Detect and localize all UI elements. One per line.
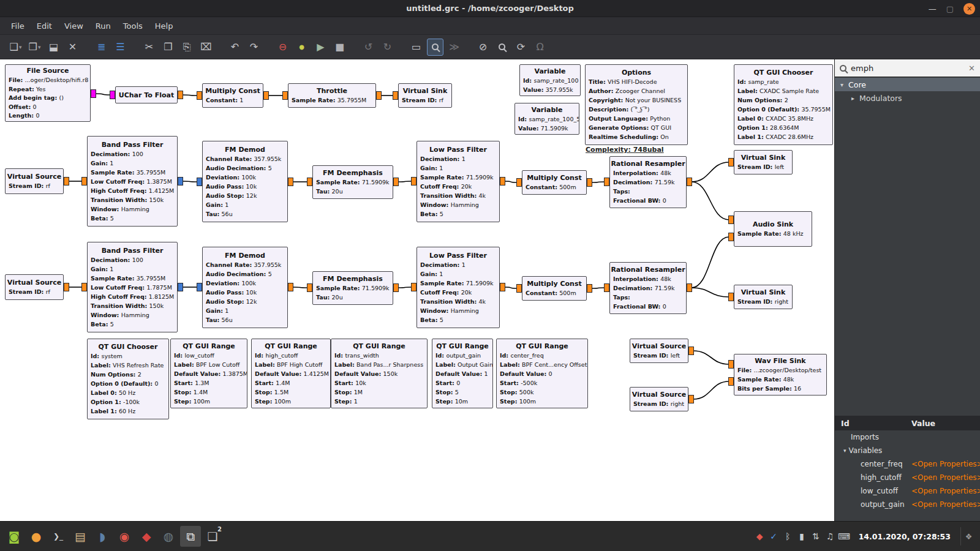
port-out-float[interactable] [500, 283, 505, 291]
port-out-float[interactable] [288, 178, 293, 186]
app-launcher-redorange[interactable]: ◉ [114, 526, 135, 547]
chevron-down-icon[interactable]: ▾ [38, 44, 41, 50]
port-out-float[interactable] [263, 91, 269, 100]
port-out-complex[interactable] [178, 283, 183, 291]
block-qt-gui-range[interactable]: QT GUI RangeId: trans_widthLabel: Band P… [331, 339, 428, 408]
port-in-complex[interactable] [197, 178, 202, 186]
port-out-complex[interactable] [178, 177, 183, 186]
execute-button[interactable]: ▶ [312, 39, 329, 56]
clock[interactable]: 14.01.2020, 07:28:53 [853, 532, 957, 541]
block-multiply-const[interactable]: Multiply ConstConstant: 1 [202, 83, 263, 108]
block-band-pass-filter[interactable]: Band Pass FilterDecimation: 100Gain: 1Sa… [87, 136, 178, 227]
maximize-button[interactable]: ▢ [946, 5, 954, 13]
window-list-item[interactable]: ❏2 [202, 526, 223, 547]
zoom-button[interactable] [494, 39, 510, 56]
port-in-float[interactable] [728, 216, 734, 224]
network-icon[interactable]: ⇅ [809, 528, 823, 545]
port-out-float[interactable] [688, 395, 694, 403]
port-in-float[interactable] [411, 283, 417, 291]
paste-button[interactable]: ⎘ [179, 39, 195, 56]
menu-edit[interactable]: Edit [31, 17, 58, 34]
keyboard-icon[interactable]: ⌨ [837, 528, 851, 545]
port-in-float[interactable] [282, 91, 288, 100]
kill-button[interactable]: ■ [331, 39, 348, 56]
block-file-source[interactable]: File SourceFile: ...oger/Desktop/hifi.r8… [5, 64, 91, 122]
block-virtual-sink[interactable]: Virtual SinkStream ID: right [734, 285, 793, 309]
block-uchar-to-float[interactable]: UChar To Float [115, 86, 178, 103]
port-in-float[interactable] [307, 178, 312, 186]
block-qt-gui-range[interactable]: QT GUI RangeId: output_gainLabel: Output… [432, 339, 493, 408]
block-low-pass-filter[interactable]: Low Pass FilterDecimation: 1Gain: 1Sampl… [417, 141, 500, 222]
generate-button[interactable]: ● [293, 39, 310, 56]
app-launcher-red[interactable]: ◆ [136, 526, 157, 547]
find-block-button[interactable] [427, 39, 443, 56]
block-audio-sink[interactable]: Audio SinkSample Rate: 48 kHz [734, 211, 812, 247]
misc-button[interactable]: Ω [532, 39, 548, 56]
variable-row-variables[interactable]: ▾Variables [835, 444, 980, 457]
block-virtual-sink[interactable]: Virtual SinkStream ID: left [734, 150, 793, 174]
close-flowgraph-button[interactable]: ✕ [64, 39, 81, 56]
menu-view[interactable]: View [58, 17, 89, 34]
port-in-float[interactable] [516, 178, 522, 187]
menu-tools[interactable]: Tools [117, 17, 149, 34]
block-qt-gui-range[interactable]: QT GUI RangeId: high_cutoffLabel: BPF Hi… [251, 339, 331, 408]
block-low-pass-filter[interactable]: Low Pass FilterDecimation: 1Gain: 1Sampl… [417, 247, 500, 328]
port-out-byte[interactable] [91, 89, 96, 98]
notification-icon[interactable]: ◆ [753, 528, 767, 545]
menu-file[interactable]: File [5, 17, 31, 34]
variable-value[interactable]: <Open Properties> [911, 473, 980, 482]
port-in-float[interactable] [728, 158, 734, 167]
block-fm-demod[interactable]: FM DemodChannel Rate: 357.955kAudio Deci… [202, 141, 288, 222]
toggle-disabled-button[interactable]: ⊘ [475, 39, 491, 56]
block-virtual-source[interactable]: Virtual SourceStream ID: left [630, 339, 688, 363]
port-out-float[interactable] [64, 283, 69, 291]
port-out-float[interactable] [587, 178, 592, 187]
block-virtual-source[interactable]: Virtual SourceStream ID: rf [5, 168, 64, 194]
workspace-switcher-icon[interactable]: ❖ [960, 527, 976, 545]
open-flowgraph-button[interactable]: ❒▾ [26, 39, 43, 56]
gnuradio-app[interactable]: ⧉ [180, 526, 201, 547]
block-band-pass-filter[interactable]: Band Pass FilterDecimation: 100Gain: 1Sa… [87, 242, 178, 332]
port-out-float[interactable] [587, 284, 592, 293]
block-multiply-const[interactable]: Multiply ConstConstant: 500m [522, 276, 587, 301]
flowgraph-screenshot-button[interactable]: ≣ [93, 39, 110, 56]
block-fm-demod[interactable]: FM DemodChannel Rate: 357.955kAudio Deci… [202, 247, 288, 328]
block-variable[interactable]: VariableId: samp_rate_100Value: 357.955k [519, 64, 581, 96]
collapse-arrow-icon[interactable]: ▾ [839, 81, 845, 88]
menu-help[interactable]: Help [149, 17, 179, 34]
collapse-arrow-icon[interactable]: ▾ [843, 448, 846, 454]
variable-value[interactable]: <Open Properties> [911, 500, 980, 509]
save-button[interactable]: ⬓ [45, 39, 62, 56]
block-options[interactable]: OptionsTitle: VHS HIFI-DecodeAuthor: Zco… [585, 64, 688, 145]
clear-search-icon[interactable]: ✕ [968, 64, 975, 73]
port-out-float[interactable] [178, 91, 183, 99]
port-out-float[interactable] [688, 347, 694, 355]
fast-forward-button[interactable]: ≫ [446, 39, 462, 56]
port-in-float[interactable] [604, 283, 609, 292]
tree-item-modulators[interactable]: ▸Modulators [835, 91, 980, 105]
errors-button[interactable]: ⊖ [274, 39, 291, 56]
port-in-float[interactable] [728, 233, 734, 241]
block-fm-deemphasis[interactable]: FM DeemphasisSample Rate: 71.5909kTau: 2… [312, 165, 393, 199]
port-in-float[interactable] [393, 91, 398, 100]
power-icon[interactable]: ▮ [795, 528, 809, 545]
block-qt-gui-range[interactable]: QT GUI RangeId: low_cutoffLabel: BPF Low… [170, 339, 247, 408]
port-in-float[interactable] [728, 293, 734, 301]
block-multiply-const[interactable]: Multiply ConstConstant: 500m [522, 170, 587, 195]
port-in-float[interactable] [411, 177, 417, 186]
variable-row-center_freq[interactable]: center_freq<Open Properties> [835, 457, 980, 471]
block-fm-deemphasis[interactable]: FM DeemphasisSample Rate: 71.5909kTau: 2… [312, 271, 393, 305]
reload-blocks-button[interactable]: ↺ [360, 39, 377, 56]
undo-button[interactable]: ↶ [227, 39, 243, 56]
search-input[interactable] [851, 64, 964, 73]
port-out-float[interactable] [393, 283, 399, 292]
refresh-button[interactable]: ↻ [379, 39, 396, 56]
app-launcher-blue[interactable]: ◗ [92, 526, 113, 547]
close-window-button[interactable]: ✕ [963, 3, 975, 15]
port-out-float[interactable] [500, 177, 505, 186]
port-out-float[interactable] [687, 283, 692, 292]
expand-arrow-icon[interactable]: ▸ [850, 95, 856, 102]
port-out-float[interactable] [376, 91, 382, 100]
shield-check-icon[interactable]: ✓ [767, 528, 781, 545]
mint-menu-button[interactable]: ◙ [4, 526, 24, 547]
